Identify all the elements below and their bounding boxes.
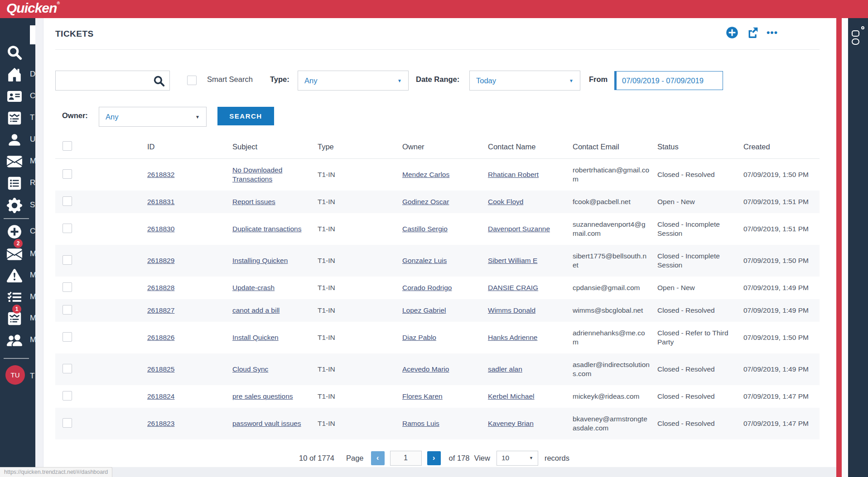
row-checkbox[interactable] [63, 282, 72, 292]
date-range-label: Date Range: [416, 75, 459, 84]
sidebar-item-user-icon[interactable]: U [0, 131, 35, 149]
sidebar-item-checklist-icon[interactable]: M [0, 289, 35, 307]
contact-name-link[interactable]: sadler alan [488, 365, 522, 373]
ticket-subject-link[interactable]: Duplicate transactions [232, 225, 302, 233]
ticket-subject-link[interactable]: Cloud Sync [232, 365, 268, 373]
row-checkbox[interactable] [63, 305, 72, 315]
ticket-owner-link[interactable]: Godinez Oscar [402, 198, 449, 205]
contact-name-link[interactable]: DANSIE CRAIG [488, 284, 538, 291]
ticket-subject-link[interactable]: password vault issues [232, 420, 301, 427]
ticket-id-link[interactable]: 2618824 [147, 392, 174, 400]
more-ellipsis-icon[interactable]: ••• [767, 26, 778, 39]
owner-select[interactable]: Any ▼ [99, 107, 207, 127]
search-icon[interactable] [153, 75, 165, 87]
column-header-contact-name[interactable]: Contact Name [488, 143, 573, 151]
ticket-type: T1-IN [318, 256, 402, 265]
column-header-subject[interactable]: Subject [232, 143, 318, 151]
share-icon[interactable] [746, 26, 759, 39]
sidebar-item-mail-icon[interactable]: M [0, 153, 35, 171]
ticket-owner-link[interactable]: Corado Rodrigo [402, 284, 452, 291]
sidebar-item-home-icon[interactable]: D [0, 66, 35, 84]
sidebar-item-plus-circle-icon[interactable]: C [0, 223, 35, 241]
ticket-owner-link[interactable]: Ramos Luis [402, 420, 439, 427]
ticket-subject-link[interactable]: canot add a bill [232, 306, 280, 314]
row-checkbox[interactable] [63, 391, 72, 401]
ticket-id-link[interactable]: 2618826 [147, 334, 174, 341]
ticket-subject-link[interactable]: Install Quicken [232, 334, 279, 341]
sidebar-item-people-icon[interactable]: M [0, 332, 35, 350]
top-bar: Quicken® [0, 0, 868, 18]
contact-name-link[interactable]: Davenport Suzanne [488, 225, 550, 233]
ticket-id-link[interactable]: 2618830 [147, 225, 174, 233]
contact-name-link[interactable]: Wimms Donald [488, 306, 535, 314]
sidebar-item-warning-icon[interactable]: M [0, 267, 35, 285]
type-select[interactable]: Any ▼ [298, 71, 409, 91]
ticket-owner-link[interactable]: Mendez Carlos [402, 171, 449, 178]
contact-name-link[interactable]: Kaveney Brian [488, 420, 534, 427]
column-header-contact-email[interactable]: Contact Email [573, 143, 657, 151]
row-checkbox[interactable] [63, 169, 72, 179]
records-per-page-select[interactable]: 10 ▼ [497, 451, 538, 466]
row-checkbox[interactable] [63, 364, 72, 373]
ticket-owner-link[interactable]: Castillo Sergio [402, 225, 448, 233]
ticket-id-link[interactable]: 2618827 [147, 306, 174, 314]
sidebar-item-ticket-card-icon[interactable]: T [0, 110, 35, 128]
ticket-owner-link[interactable]: Diaz Pablo [402, 334, 436, 341]
records-label: records [545, 454, 569, 463]
column-header-id[interactable]: ID [147, 143, 232, 151]
contact-name-link[interactable]: Sibert William E [488, 257, 537, 264]
sidebar-item-contact-card-icon[interactable]: C [0, 88, 35, 106]
ticket-id-link[interactable]: 2618831 [147, 198, 174, 205]
ticket-id-link[interactable]: 2618832 [147, 171, 174, 178]
ticket-id-link[interactable]: 2618825 [147, 365, 174, 373]
page-number-input[interactable] [390, 451, 422, 466]
table-header-row: IDSubjectTypeOwnerContact NameContact Em… [55, 135, 820, 159]
ticket-owner-link[interactable]: Gonzalez Luis [402, 257, 447, 264]
sidebar-item-mail-icon[interactable]: M [0, 246, 35, 264]
search-input[interactable] [56, 71, 153, 90]
ticket-type: T1-IN [318, 333, 402, 342]
date-range-select[interactable]: Today ▼ [469, 71, 580, 91]
search-button[interactable]: SEARCH [217, 107, 274, 125]
ticket-subject-link[interactable]: Installing Quicken [232, 257, 288, 264]
column-header-type[interactable]: Type [318, 143, 402, 151]
contact-email: bkaveney@armstrongteasdale.com [573, 415, 657, 433]
ticket-owner-link[interactable]: Acevedo Mario [402, 365, 449, 373]
contact-name-link[interactable]: Cook Floyd [488, 198, 523, 205]
row-checkbox[interactable] [63, 255, 72, 265]
column-header-owner[interactable]: Owner [402, 143, 488, 151]
select-all-checkbox[interactable] [63, 141, 72, 151]
sidebar-item-report-list-icon[interactable]: R [0, 175, 35, 193]
contact-email: adriennehanks@me.com [573, 329, 657, 347]
row-checkbox[interactable] [63, 224, 72, 233]
contact-name-link[interactable]: Hanks Adrienne [488, 334, 537, 341]
ticket-subject-link[interactable]: Update-crash [232, 284, 275, 291]
vertical-widget-icon[interactable] [852, 26, 864, 50]
ticket-id-link[interactable]: 2618823 [147, 420, 174, 427]
scrollbar-track[interactable] [842, 18, 848, 477]
from-date-input[interactable] [614, 71, 723, 90]
smart-search-checkbox[interactable] [187, 76, 197, 85]
ticket-id-link[interactable]: 2618828 [147, 284, 174, 291]
contact-name-link[interactable]: Rhatican Robert [488, 171, 539, 178]
ticket-subject-link[interactable]: pre sales questions [232, 392, 293, 400]
sidebar-item-label: M [30, 271, 35, 280]
prev-page-button[interactable]: ‹ [371, 451, 385, 465]
next-page-button[interactable]: › [427, 451, 441, 465]
column-header-created[interactable]: Created [743, 143, 820, 151]
ticket-owner-link[interactable]: Flores Karen [402, 392, 443, 400]
ticket-subject-link[interactable]: No Downloaded Transactions [232, 166, 282, 183]
ticket-owner-link[interactable]: Lopez Gabriel [402, 306, 446, 314]
row-checkbox[interactable] [63, 332, 72, 342]
quicken-logo[interactable]: Quicken® [6, 0, 59, 16]
ticket-subject-link[interactable]: Report issues [232, 198, 275, 205]
ticket-id-link[interactable]: 2618829 [147, 257, 174, 264]
row-checkbox[interactable] [63, 418, 72, 428]
row-checkbox[interactable] [63, 196, 72, 206]
sidebar-item-gear-icon[interactable]: S [0, 197, 35, 215]
column-header-status[interactable]: Status [657, 143, 743, 151]
sidebar-item-search-icon[interactable] [0, 44, 35, 62]
contact-name-link[interactable]: Kerbel Michael [488, 392, 535, 400]
user-avatar[interactable]: TU [5, 365, 25, 385]
add-circle-icon[interactable] [726, 26, 738, 39]
